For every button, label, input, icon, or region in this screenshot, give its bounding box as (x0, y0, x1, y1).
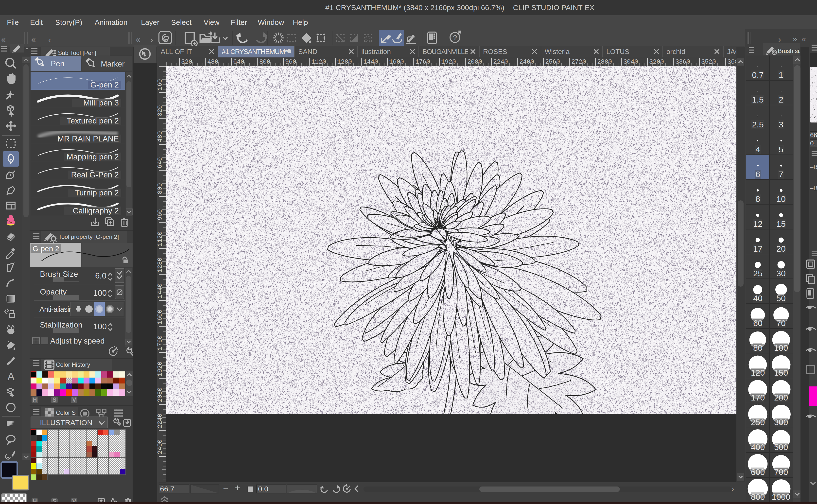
svg-text:2: 2 (779, 95, 783, 104)
svg-text:1120: 1120 (156, 231, 164, 246)
svg-text:480: 480 (156, 131, 164, 142)
svg-text:1760: 1760 (415, 58, 430, 66)
svg-text:40: 40 (753, 294, 763, 303)
svg-text:20: 20 (776, 244, 786, 253)
svg-text:17: 17 (753, 244, 763, 253)
svg-text:4: 4 (756, 145, 760, 154)
svg-text:480: 480 (207, 58, 218, 66)
svg-text:2720: 2720 (571, 58, 586, 66)
svg-text:15: 15 (776, 219, 786, 228)
svg-text:3040: 3040 (623, 58, 638, 66)
svg-text:2400: 2400 (156, 439, 164, 454)
svg-text:160: 160 (156, 79, 164, 90)
svg-text:1: 1 (779, 70, 783, 80)
svg-text:640: 640 (233, 58, 244, 66)
svg-text:7: 7 (779, 170, 783, 179)
svg-text:1920: 1920 (441, 58, 456, 66)
svg-text:1280: 1280 (156, 258, 164, 272)
svg-text:320: 320 (156, 105, 164, 116)
svg-text:100: 100 (774, 343, 788, 352)
svg-text:2240: 2240 (156, 414, 164, 428)
svg-text:250: 250 (751, 417, 765, 427)
svg-text:1600: 1600 (389, 58, 404, 66)
svg-text:1600: 1600 (156, 310, 164, 324)
svg-text:150: 150 (774, 368, 788, 377)
svg-text:500: 500 (774, 442, 788, 452)
svg-text:12: 12 (753, 219, 763, 228)
svg-text:800: 800 (259, 58, 270, 66)
svg-text:10: 10 (776, 194, 786, 204)
svg-text:2.5: 2.5 (752, 120, 764, 129)
svg-text:1760: 1760 (156, 335, 164, 350)
svg-text:2080: 2080 (467, 58, 482, 66)
svg-text:30: 30 (776, 269, 786, 278)
svg-text:50: 50 (776, 294, 786, 303)
svg-text:960: 960 (156, 209, 164, 220)
svg-text:2080: 2080 (156, 387, 164, 402)
svg-text:1920: 1920 (156, 362, 164, 376)
svg-text:1000: 1000 (772, 492, 790, 502)
svg-text:1440: 1440 (156, 283, 164, 298)
svg-text:8: 8 (756, 194, 760, 204)
svg-text:300: 300 (774, 417, 788, 427)
svg-text:70: 70 (776, 318, 786, 328)
svg-text:1440: 1440 (363, 58, 378, 66)
svg-text:2400: 2400 (519, 58, 534, 66)
svg-text:400: 400 (751, 442, 765, 452)
svg-text:25: 25 (753, 269, 763, 278)
svg-text:3520: 3520 (701, 58, 716, 66)
svg-text:200: 200 (774, 393, 788, 402)
svg-text:1.5: 1.5 (752, 95, 764, 104)
svg-text:1280: 1280 (337, 58, 352, 66)
svg-text:3: 3 (779, 120, 783, 129)
svg-text:640: 640 (156, 157, 164, 168)
svg-text:1120: 1120 (311, 58, 326, 66)
svg-text:600: 600 (751, 467, 765, 477)
svg-text:120: 120 (751, 368, 765, 377)
svg-text:800: 800 (156, 183, 164, 194)
svg-text:0.7: 0.7 (752, 70, 764, 80)
svg-text:2240: 2240 (493, 58, 508, 66)
svg-text:2880: 2880 (597, 58, 612, 66)
svg-text:960: 960 (285, 58, 296, 66)
svg-text:80: 80 (753, 343, 763, 352)
svg-text:170: 170 (751, 393, 765, 402)
svg-text:6: 6 (756, 170, 760, 179)
svg-text:320: 320 (181, 58, 192, 66)
svg-text:5: 5 (779, 145, 783, 154)
svg-text:3200: 3200 (649, 58, 664, 66)
svg-text:60: 60 (753, 318, 763, 328)
svg-text:700: 700 (774, 467, 788, 477)
svg-text:800: 800 (751, 492, 765, 502)
svg-text:3360: 3360 (675, 58, 690, 66)
svg-text:Brush size: Brush size (778, 48, 800, 54)
svg-text:2560: 2560 (545, 58, 560, 66)
